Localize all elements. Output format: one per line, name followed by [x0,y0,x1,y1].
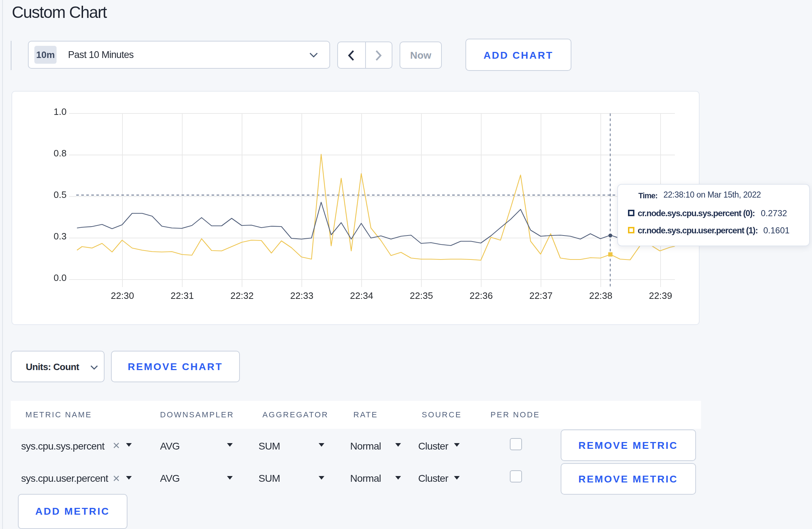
svg-text:22:38: 22:38 [589,290,612,301]
svg-text:0.0: 0.0 [54,272,67,283]
svg-text:22:33: 22:33 [290,290,313,301]
svg-text:1.0: 1.0 [54,106,67,117]
svg-text:0.5: 0.5 [54,189,67,200]
svg-text:22:37: 22:37 [529,290,552,301]
svg-text:22:31: 22:31 [170,290,194,301]
svg-text:0.3: 0.3 [54,231,67,242]
svg-text:22:35: 22:35 [410,290,433,301]
svg-text:22:39: 22:39 [649,290,672,301]
svg-text:0.8: 0.8 [54,148,67,159]
svg-text:22:30: 22:30 [111,290,134,301]
svg-text:22:36: 22:36 [469,290,493,301]
svg-text:22:32: 22:32 [230,290,253,301]
svg-text:22:34: 22:34 [350,290,373,301]
